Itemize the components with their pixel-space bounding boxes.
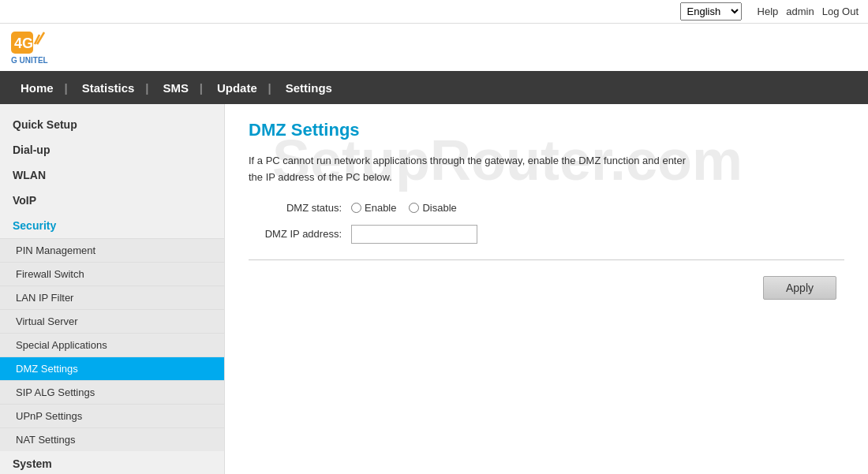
sidebar: Quick Setup Dial-up WLAN VoIP Security P…: [0, 104, 225, 474]
sidebar-item-wlan[interactable]: WLAN: [0, 162, 224, 188]
page-title: DMZ Settings: [249, 120, 844, 140]
sidebar-item-quick-setup[interactable]: Quick Setup: [0, 112, 224, 137]
sidebar-item-firewall-switch[interactable]: Firewall Switch: [0, 262, 224, 286]
enable-radio-label[interactable]: Enable: [351, 202, 396, 214]
svg-text:G UNITEL: G UNITEL: [11, 56, 48, 65]
disable-radio[interactable]: [409, 203, 419, 213]
content-wrapper: Quick Setup Dial-up WLAN VoIP Security P…: [0, 104, 868, 474]
sidebar-item-upnp-settings[interactable]: UPnP Settings: [0, 404, 224, 427]
divider: [249, 259, 844, 260]
nav-bar: Home Statistics SMS Update Settings: [0, 71, 868, 104]
nav-sms[interactable]: SMS: [148, 71, 203, 104]
sidebar-item-virtual-server[interactable]: Virtual Server: [0, 309, 224, 333]
dmz-ip-label: DMZ IP address:: [249, 228, 351, 240]
sidebar-item-lan-ip-filter[interactable]: LAN IP Filter: [0, 286, 224, 309]
sidebar-item-sip-alg-settings[interactable]: SIP ALG Settings: [0, 380, 224, 404]
logout-link[interactable]: Log Out: [822, 6, 859, 17]
admin-link[interactable]: admin: [786, 6, 814, 17]
dmz-status-radio-group: Enable Disable: [351, 202, 457, 214]
dmz-status-label: DMZ status:: [249, 202, 351, 214]
sidebar-item-nat-settings[interactable]: NAT Settings: [0, 427, 224, 451]
disable-label: Disable: [422, 202, 456, 214]
sidebar-item-system[interactable]: System: [0, 451, 224, 474]
sidebar-item-dialup[interactable]: Dial-up: [0, 137, 224, 162]
disable-radio-label[interactable]: Disable: [409, 202, 456, 214]
main-content: SetupRouter.com DMZ Settings If a PC can…: [225, 104, 868, 474]
enable-label: Enable: [365, 202, 396, 214]
language-select[interactable]: English Chinese: [680, 2, 742, 21]
form-section: DMZ status: Enable Disable DMZ IP addres…: [249, 202, 844, 300]
dmz-ip-input[interactable]: [351, 225, 477, 244]
description: If a PC cannot run network applications …: [249, 153, 844, 186]
nav-update[interactable]: Update: [203, 71, 271, 104]
enable-radio[interactable]: [351, 203, 361, 213]
sidebar-item-dmz-settings[interactable]: DMZ Settings: [0, 356, 224, 380]
nav-settings[interactable]: Settings: [271, 71, 346, 104]
dmz-ip-row: DMZ IP address:: [249, 225, 844, 244]
sidebar-item-pin-management[interactable]: PIN Management: [0, 238, 224, 262]
logo-icon: 4G G UNITEL: [9, 30, 49, 65]
logo: 4G G UNITEL: [9, 30, 49, 65]
help-link[interactable]: Help: [758, 6, 779, 17]
button-row: Apply: [249, 276, 844, 300]
nav-statistics[interactable]: Statistics: [68, 71, 149, 104]
sidebar-item-voip[interactable]: VoIP: [0, 188, 224, 213]
apply-button[interactable]: Apply: [763, 276, 836, 300]
dmz-status-row: DMZ status: Enable Disable: [249, 202, 844, 214]
sidebar-item-security[interactable]: Security: [0, 213, 224, 238]
top-bar: English Chinese Help admin Log Out: [0, 0, 868, 24]
logo-bar: 4G G UNITEL: [0, 24, 868, 71]
nav-home[interactable]: Home: [6, 71, 68, 104]
svg-text:4G: 4G: [14, 35, 33, 51]
sidebar-item-special-applications[interactable]: Special Applications: [0, 333, 224, 356]
